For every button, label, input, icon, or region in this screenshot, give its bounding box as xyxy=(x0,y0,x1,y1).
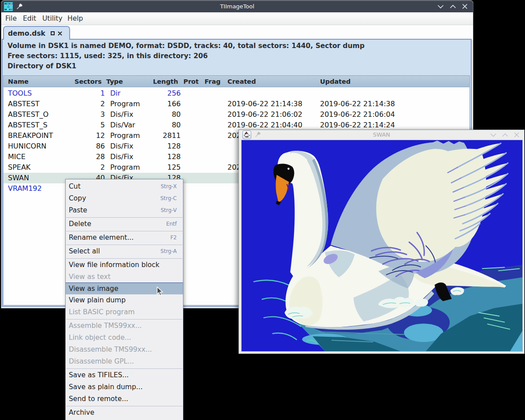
cell-type: Dis/Fix xyxy=(110,152,133,162)
minimize-button[interactable] xyxy=(437,4,444,9)
menu-item-label: Archive xyxy=(69,407,94,419)
cell-type: Program xyxy=(110,99,140,109)
swan-close-button[interactable] xyxy=(514,132,519,138)
menu-item-label: Select all xyxy=(69,245,100,257)
swan-window: SWAN xyxy=(238,130,525,354)
menu-item-delete[interactable]: DeleteEntf xyxy=(66,218,183,230)
cell-name: VRAM192 xyxy=(8,183,42,194)
main-window-title: TIImageTool xyxy=(1,0,473,12)
cell-name: SWAN xyxy=(8,173,29,183)
swan-minimize-button[interactable] xyxy=(490,133,496,137)
menu-item-label: Disassemble TMS99xx... xyxy=(69,344,152,356)
cell-length: 125 xyxy=(145,162,181,173)
menu-item-label: Save as TIFILES... xyxy=(69,369,129,381)
col-updated[interactable]: Updated xyxy=(320,76,350,87)
cell-updated: 2019-06-22 21:06:04 xyxy=(320,109,395,120)
cell-created: 2019-06-22 21:14:38 xyxy=(227,99,302,109)
swan-window-title: SWAN xyxy=(239,130,524,140)
menu-item-shortcut: Strg-X xyxy=(160,181,177,193)
cell-length: 128 xyxy=(145,141,181,152)
cell-type: Dis/Var xyxy=(110,120,135,130)
menu-item-view-fib[interactable]: View file information block xyxy=(66,259,183,271)
col-frag[interactable]: Frag xyxy=(205,76,220,87)
cell-name: ABSTEST xyxy=(8,99,40,109)
menu-item-send-remote[interactable]: Send to remote... xyxy=(66,393,183,405)
menu-item-view-as-text: View as text xyxy=(66,271,183,283)
menu-item-rename[interactable]: Rename element...F2 xyxy=(66,232,183,244)
cell-sectors: 86 xyxy=(65,141,105,152)
cell-name: SPEAK xyxy=(8,162,30,173)
menu-item-label: Send to remote... xyxy=(69,393,128,405)
tab-close-icon[interactable] xyxy=(58,31,62,36)
col-prot[interactable]: Prot xyxy=(183,76,199,87)
cell-name: MICE xyxy=(8,152,26,162)
swan-maximize-button[interactable] xyxy=(502,133,508,137)
menu-item-save-tifiles[interactable]: Save as TIFILES... xyxy=(66,369,183,381)
col-sectors[interactable]: Sectors xyxy=(74,76,102,87)
menu-item-shortcut: Strg-C xyxy=(160,193,177,204)
menu-item-view-plain-dump[interactable]: View plain dump xyxy=(66,294,183,306)
cell-length: 80 xyxy=(145,109,181,120)
cell-sectors: 3 xyxy=(65,109,105,120)
cell-sectors: 2 xyxy=(65,162,105,173)
menu-item-label: Assemble TMS99xx... xyxy=(69,320,142,332)
menu-item-copy[interactable]: CopyStrg-C xyxy=(66,193,183,204)
cell-length: 166 xyxy=(145,99,181,109)
menu-item-save-plain-dump[interactable]: Save as plain dump... xyxy=(66,381,183,393)
col-length[interactable]: Length xyxy=(153,76,178,87)
cell-length: 256 xyxy=(145,88,181,99)
tab-detach-icon[interactable] xyxy=(51,31,55,35)
col-created[interactable]: Created xyxy=(227,76,256,87)
menu-edit[interactable]: Edit xyxy=(23,12,36,25)
cell-type: Program xyxy=(110,130,140,141)
menu-item-label: View as image xyxy=(69,283,119,295)
table-row-abstest[interactable]: ABSTEST2Program1662019-06-22 21:14:38201… xyxy=(4,99,469,109)
cell-name: TOOLS xyxy=(8,88,32,99)
menu-item-archive[interactable]: Archive xyxy=(66,407,183,419)
cell-updated: 2019-06-22 21:14:38 xyxy=(320,99,395,109)
cell-updated: 2019-06-22 21:14:24 xyxy=(320,120,395,130)
tab-strip: demo.dsk xyxy=(1,25,473,40)
menu-item-label: Disassemble GPL... xyxy=(69,356,134,368)
menu-utility[interactable]: Utility xyxy=(42,12,63,25)
close-button[interactable] xyxy=(462,4,468,9)
menu-item-select-all[interactable]: Select allStrg-A xyxy=(66,245,183,257)
cell-name: ABSTEST_S xyxy=(8,120,48,130)
swan-titlebar[interactable]: SWAN xyxy=(239,130,524,140)
menu-item-label: Copy xyxy=(69,193,86,204)
col-type[interactable]: Type xyxy=(106,76,123,87)
main-titlebar[interactable]: TIImageTool xyxy=(1,0,473,12)
cell-name: BREAKPOINT xyxy=(8,130,53,141)
menu-item-label: Link object code... xyxy=(69,332,131,344)
menu-item-view-as-image[interactable]: View as image xyxy=(66,282,183,294)
volume-info: Volume in DSK1 is named DEMO, format: DS… xyxy=(3,40,471,71)
menu-item-shortcut: Strg-V xyxy=(161,204,177,216)
volume-info-line1: Volume in DSK1 is named DEMO, format: DS… xyxy=(7,41,471,51)
maximize-button[interactable] xyxy=(450,4,456,9)
cell-name: HUNICORN xyxy=(8,141,46,152)
volume-info-line2: Free sectors: 1115, used: 325, in this d… xyxy=(7,51,471,61)
cell-length: 128 xyxy=(145,152,181,162)
mouse-cursor xyxy=(156,286,164,297)
cell-sectors: 5 xyxy=(65,120,105,130)
menu-item-shortcut: Strg-A xyxy=(160,245,177,257)
menu-help[interactable]: Help xyxy=(67,12,83,25)
menu-item-shortcut: Entf xyxy=(166,218,177,230)
menu-item-paste[interactable]: PasteStrg-V xyxy=(66,204,183,216)
menu-item-label: Paste xyxy=(69,204,87,216)
cell-sectors: 12 xyxy=(65,130,105,141)
table-row-abstest-s[interactable]: ABSTEST_S5Dis/Var802019-06-22 21:04:4020… xyxy=(4,120,469,130)
menu-file[interactable]: File xyxy=(5,12,17,25)
menu-item-label: List BASIC program xyxy=(69,306,135,318)
table-row-tools[interactable]: TOOLS1Dir256 xyxy=(4,88,469,99)
cell-type: Dir xyxy=(110,88,120,99)
cell-created: 2019-06-22 21:06:02 xyxy=(227,109,302,120)
cell-type: Dis/Fix xyxy=(110,141,133,152)
table-header: Name Sectors Type Length Prot Frag Creat… xyxy=(4,76,469,87)
menu-item-cut[interactable]: CutStrg-X xyxy=(66,181,183,193)
table-row-abstest-o[interactable]: ABSTEST_O3Dis/Fix802019-06-22 21:06:0220… xyxy=(4,109,469,120)
cell-sectors: 1 xyxy=(65,88,105,99)
context-menu: CutStrg-X CopyStrg-C PasteStrg-V DeleteE… xyxy=(65,179,183,420)
col-name[interactable]: Name xyxy=(8,76,29,87)
tab-demo-dsk[interactable]: demo.dsk xyxy=(3,26,70,40)
